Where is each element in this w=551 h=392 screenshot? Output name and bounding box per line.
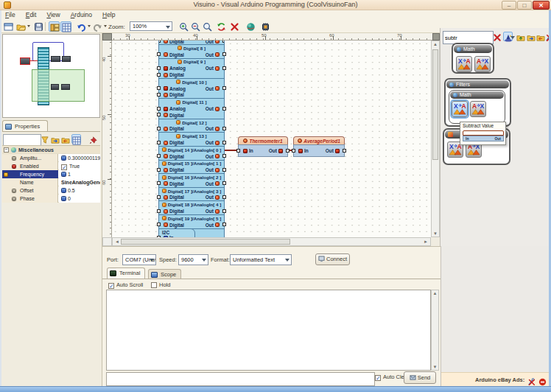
expand-all-icon[interactable] xyxy=(516,32,526,41)
send-button[interactable]: Send xyxy=(404,371,436,384)
input-pin[interactable] xyxy=(157,223,161,226)
next-match-icon[interactable] xyxy=(527,32,536,41)
minimap[interactable] xyxy=(2,34,100,118)
input-pin[interactable] xyxy=(157,52,161,56)
input-pin[interactable] xyxy=(157,93,161,97)
palette-category-filters[interactable]: FiltersMathXAAX xyxy=(444,78,511,127)
output-pin[interactable] xyxy=(222,154,226,158)
ads-tools-icon[interactable] xyxy=(527,376,536,385)
chevron-down-icon[interactable] xyxy=(88,25,91,27)
palette-component-icon[interactable]: AX xyxy=(474,56,491,72)
property-row[interactable]: Offset0.5 xyxy=(2,186,100,195)
chevron-down-icon[interactable] xyxy=(104,25,107,27)
component-header[interactable]: AveragePeriod1 xyxy=(293,136,345,144)
ads-stop-icon[interactable] xyxy=(538,376,547,385)
property-value[interactable]: ✓True xyxy=(59,162,100,170)
property-value[interactable]: 1 xyxy=(59,170,100,178)
board-channel[interactable]: Digital[ 17 ]/AnalogIn[ 3 ]DigitalOut xyxy=(158,187,225,202)
canvas-vertical-scrollbar[interactable]: ▲ ▼ xyxy=(431,41,440,237)
category-header[interactable]: Filters xyxy=(446,80,509,88)
terminal-scrollbar[interactable]: ▲ ▼ xyxy=(431,290,439,371)
palette-component-icon[interactable]: AX xyxy=(470,101,486,117)
input-pin[interactable] xyxy=(157,154,161,158)
pin-panel-icon[interactable] xyxy=(89,134,99,144)
output-pin[interactable] xyxy=(222,107,226,111)
input-pin[interactable] xyxy=(157,209,161,213)
zoom-out-button[interactable] xyxy=(190,21,201,32)
tab-terminal[interactable]: Terminal xyxy=(107,267,145,279)
format-select[interactable]: Unformatted Text xyxy=(230,254,292,265)
component-header[interactable]: Thermometer1 xyxy=(238,136,288,144)
output-pin[interactable] xyxy=(222,223,226,226)
connector-pin-icon[interactable] xyxy=(61,188,66,193)
board-channel[interactable]: Digital[ 15 ]/AnalogIn[ 1 ]DigitalOut xyxy=(158,160,225,175)
menu-item-file[interactable]: File xyxy=(0,10,21,20)
property-value[interactable]: SineAnalogGener... xyxy=(59,178,100,186)
category-header[interactable]: Math xyxy=(454,45,492,53)
input-pin[interactable] xyxy=(157,195,161,199)
output-pin[interactable] xyxy=(222,41,225,43)
property-row[interactable]: Frequency1 xyxy=(2,170,100,178)
output-pin[interactable] xyxy=(222,66,226,70)
input-pin[interactable] xyxy=(157,107,161,111)
compile-button[interactable] xyxy=(245,21,256,32)
output-pin[interactable] xyxy=(222,168,226,172)
toggle-grid-button[interactable] xyxy=(60,21,71,32)
upload-button[interactable] xyxy=(260,21,271,32)
menu-item-view[interactable]: View xyxy=(41,10,65,20)
minimize-button[interactable]: – xyxy=(502,1,516,10)
property-row[interactable]: Amplitu...0.30000001192... xyxy=(2,154,100,162)
output-pin[interactable] xyxy=(222,209,226,213)
connector-pin-icon[interactable] xyxy=(61,196,66,201)
property-row[interactable]: NameSineAnalogGener... xyxy=(2,178,100,186)
clear-search-icon[interactable] xyxy=(493,32,502,41)
filter-icon[interactable] xyxy=(41,134,50,144)
new-project-button[interactable] xyxy=(3,21,14,32)
delete-button[interactable] xyxy=(229,21,240,32)
chevron-down-icon[interactable] xyxy=(510,36,515,39)
connector-pin-icon[interactable] xyxy=(61,155,66,161)
input-pin[interactable] xyxy=(157,86,161,90)
scroll-left-icon[interactable]: ◄ xyxy=(113,238,121,246)
input-pin[interactable] xyxy=(157,66,161,70)
board-channel[interactable]: Digital[ 12 ]DigitalOut xyxy=(158,119,225,133)
input-pin[interactable] xyxy=(157,127,161,130)
build-button[interactable] xyxy=(216,21,227,32)
terminal-output[interactable] xyxy=(106,290,431,371)
zoom-in-button[interactable] xyxy=(178,21,189,32)
collapse-icon[interactable]: − xyxy=(4,147,9,153)
expand-categories-icon[interactable] xyxy=(51,134,60,144)
output-pin[interactable] xyxy=(222,141,226,144)
save-project-button[interactable] xyxy=(33,21,44,32)
maximize-button[interactable]: □ xyxy=(517,1,532,10)
wizard-icon[interactable] xyxy=(503,32,513,41)
input-pin[interactable] xyxy=(157,168,161,172)
scroll-up-icon[interactable]: ▲ xyxy=(432,42,439,46)
board-channel[interactable]: Digital[ 18 ]/AnalogIn[ 4 ]DigitalOut xyxy=(158,200,225,215)
board-channel[interactable]: Digital[ 13 ]DigitalOut xyxy=(158,132,225,147)
collapse-categories-icon[interactable] xyxy=(61,134,71,144)
menu-item-help[interactable]: Help xyxy=(97,10,120,20)
palette-component-icon[interactable]: XA xyxy=(456,56,472,72)
palette-subcategory-math[interactable]: MathXAAX xyxy=(449,90,505,124)
property-value[interactable]: 0 xyxy=(59,195,100,203)
output-pin[interactable] xyxy=(222,127,226,130)
scrollbar-thumb[interactable] xyxy=(121,239,290,245)
output-pin[interactable] xyxy=(343,149,346,153)
board-channel[interactable]: Digital[ 9 ]AnalogOutDigital xyxy=(158,58,225,79)
auto-scroll-checkbox[interactable]: ✓Auto Scroll xyxy=(108,281,143,289)
port-select[interactable]: COM7 (Unav xyxy=(122,254,156,265)
board-channel[interactable]: Digital[ 19 ]/AnalogIn[ 5 ]DigitalOut xyxy=(158,214,225,229)
input-pin[interactable] xyxy=(292,149,295,153)
tab-properties[interactable]: Properties xyxy=(2,120,48,132)
scroll-down-icon[interactable]: ▼ xyxy=(432,231,439,236)
board-channel[interactable]: Digital[ 16 ]/AnalogIn[ 2 ]DigitalOut xyxy=(158,173,225,188)
output-pin[interactable] xyxy=(222,181,226,185)
board-channel[interactable]: Digital[ 11 ]AnalogOutDigital xyxy=(158,98,225,119)
scroll-right-icon[interactable]: ► xyxy=(422,238,429,246)
tab-scope[interactable]: Scope xyxy=(148,269,181,279)
output-pin[interactable] xyxy=(222,195,226,199)
scrollbar-thumb[interactable] xyxy=(432,49,438,160)
output-pin[interactable] xyxy=(222,52,226,56)
component-averageperiod1[interactable]: AveragePeriod1InOut xyxy=(293,136,345,157)
